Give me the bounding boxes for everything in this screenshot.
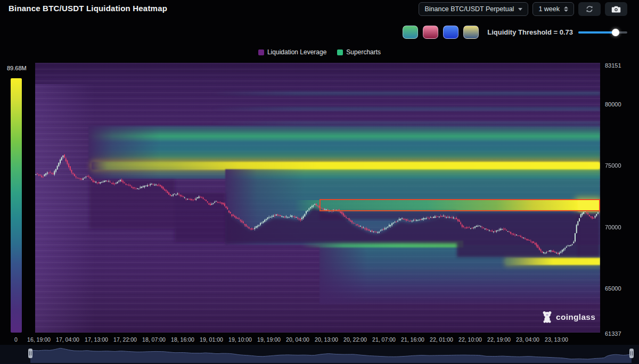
chart-legend: Liquidation Leverage Supercharts bbox=[0, 48, 639, 56]
spinner-arrows-icon bbox=[564, 6, 568, 12]
interval-select-value: 1 week bbox=[538, 5, 560, 13]
palette-swatch-red[interactable] bbox=[423, 26, 438, 39]
x-axis-tick: 16, 19:00 bbox=[27, 336, 51, 343]
x-axis-tick: 18, 07:00 bbox=[142, 336, 166, 343]
x-axis-tick: 19, 10:00 bbox=[228, 336, 252, 343]
x-axis-tick: 22, 10:00 bbox=[458, 336, 482, 343]
palette-swatch-yellow[interactable] bbox=[463, 26, 479, 39]
screenshot-button[interactable] bbox=[605, 2, 627, 16]
legend-item-liquidation-leverage[interactable]: Liquidation Leverage bbox=[258, 48, 326, 56]
y-axis-tick: 61337 bbox=[605, 330, 621, 337]
x-axis-tick: 19, 19:00 bbox=[257, 336, 281, 343]
heatmap-band-67300 bbox=[506, 258, 600, 265]
range-navigator[interactable] bbox=[0, 345, 639, 364]
navigator-left-handle[interactable] bbox=[28, 349, 32, 358]
y-axis-tick: 75000 bbox=[605, 162, 621, 169]
x-axis-tick: 20, 13:00 bbox=[315, 336, 338, 343]
colorbar-min-axis-label: 0 bbox=[14, 336, 18, 343]
x-axis-tick: 17, 13:00 bbox=[85, 336, 108, 343]
heatmap-lower-liquidity-zone bbox=[320, 245, 600, 304]
navigator-right-handle[interactable] bbox=[629, 349, 634, 358]
x-axis-tick: 23, 13:00 bbox=[545, 336, 568, 343]
annotation-red-box[interactable] bbox=[320, 199, 600, 211]
heatmap-faint-band bbox=[211, 92, 600, 95]
x-axis-tick: 18, 16:00 bbox=[171, 336, 194, 343]
camera-icon bbox=[611, 5, 621, 13]
palette-swatch-blue[interactable] bbox=[443, 26, 458, 39]
coinglass-liquidation-heatmap-app: Binance BTC/USDT Liquidation Heatmap Bin… bbox=[0, 0, 639, 364]
x-axis-tick: 20, 04:00 bbox=[286, 336, 309, 343]
heatmap-faint-band bbox=[211, 107, 600, 111]
heatmap-band-75000 bbox=[92, 162, 600, 170]
slider-fill bbox=[578, 31, 616, 34]
palette-swatches bbox=[403, 26, 479, 39]
heatmap-left-column bbox=[35, 84, 95, 333]
y-axis-tick: 65000 bbox=[605, 285, 621, 292]
legend-label: Liquidation Leverage bbox=[267, 48, 326, 56]
x-axis-tick: 23, 04:00 bbox=[516, 336, 539, 343]
x-axis-tick: 22, 19:00 bbox=[487, 336, 511, 343]
heatmap-faint-band bbox=[211, 121, 600, 125]
watermark-text: coinglass bbox=[556, 312, 595, 322]
y-axis-tick: 70000 bbox=[605, 224, 621, 230]
y-axis-tick: 83151 bbox=[605, 62, 621, 69]
heatmap-toolbar: Liquidity Threshold = 0.73 bbox=[403, 26, 627, 39]
interval-select[interactable]: 1 week bbox=[532, 2, 574, 16]
navigator-area-chart bbox=[0, 345, 639, 364]
legend-item-supercharts[interactable]: Supercharts bbox=[337, 48, 381, 56]
y-axis-tick: 80000 bbox=[605, 101, 621, 107]
refresh-button[interactable] bbox=[578, 2, 601, 16]
pair-select-value: Binance BTC/USDT Perpetual bbox=[424, 5, 514, 13]
slider-thumb[interactable] bbox=[612, 29, 619, 36]
legend-swatch-green bbox=[337, 49, 343, 55]
legend-label: Supercharts bbox=[346, 48, 381, 56]
header-controls: Binance BTC/USDT Perpetual 1 week bbox=[419, 2, 627, 16]
x-axis-tick: 22, 01:00 bbox=[430, 336, 453, 343]
x-axis-tick: 17, 22:00 bbox=[113, 336, 137, 343]
x-axis-tick: 17, 04:00 bbox=[56, 336, 79, 343]
liquidity-threshold-slider[interactable] bbox=[578, 29, 627, 36]
x-axis-tick: 21, 07:00 bbox=[372, 336, 396, 343]
x-axis-tick: 19, 01:00 bbox=[200, 336, 223, 343]
x-axis-tick: 21, 16:00 bbox=[401, 336, 424, 343]
liquidity-threshold-label: Liquidity Threshold = 0.73 bbox=[487, 28, 573, 36]
colorbar-max-label: 89.68M bbox=[7, 65, 27, 71]
palette-swatch-green[interactable] bbox=[403, 26, 418, 39]
coinglass-bear-icon bbox=[542, 311, 552, 323]
liquidation-heatmap-plot[interactable] bbox=[35, 63, 600, 333]
x-axis: 16, 19:0017, 04:0017, 13:0017, 22:0018, … bbox=[0, 334, 639, 345]
heatmap-band-68700 bbox=[301, 241, 463, 247]
coinglass-watermark: coinglass bbox=[542, 311, 595, 323]
chevron-down-icon bbox=[518, 8, 522, 11]
x-axis-tick: 20, 22:00 bbox=[343, 336, 367, 343]
legend-swatch-purple bbox=[258, 49, 264, 55]
refresh-icon bbox=[585, 5, 594, 13]
colorbar-gradient bbox=[11, 78, 22, 333]
pair-select[interactable]: Binance BTC/USDT Perpetual bbox=[419, 2, 528, 16]
page-title: Binance BTC/USDT Liquidation Heatmap bbox=[9, 4, 167, 13]
